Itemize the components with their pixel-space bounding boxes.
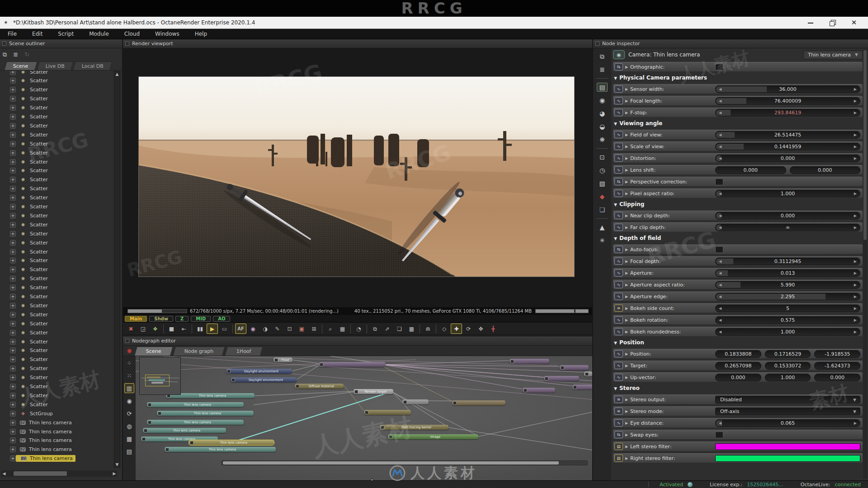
inspector-scrollbar[interactable] [863, 49, 867, 479]
expander-icon[interactable]: ▶ [623, 364, 630, 368]
toggle-node-icon[interactable]: ⇆ [614, 431, 623, 438]
scale-gizmo-icon[interactable]: ✥ [475, 324, 486, 334]
rotate-view-icon[interactable]: ⟳ [124, 408, 134, 418]
collapse-icon[interactable]: ▼ [614, 236, 617, 241]
expander-icon[interactable]: ▶ [623, 433, 630, 437]
menu-edit[interactable]: Edit [24, 30, 50, 38]
expand-icon[interactable]: + [10, 375, 16, 380]
slider-focal-length[interactable]: ◀▶76.400009 [715, 97, 860, 105]
expand-icon[interactable]: + [10, 393, 16, 399]
table-node-icon[interactable]: ▤ [124, 446, 134, 456]
node-thin-lens-camera[interactable]: Thin lens camera [157, 411, 254, 416]
expand-icon[interactable]: + [10, 222, 16, 228]
tree-item-scatter[interactable]: +❋Scatter [0, 265, 113, 274]
section-stereo[interactable]: ▼Stereo [614, 385, 863, 392]
expand-icon[interactable]: + [10, 249, 16, 255]
collapse-icon[interactable]: ▼ [614, 386, 617, 391]
dock-handle-icon[interactable] [595, 42, 599, 46]
tree-item-scatter[interactable]: +❋Scatter [0, 292, 113, 301]
expander-icon[interactable]: ▶ [623, 445, 630, 449]
tree-item-scatter[interactable]: +❋Scatter [0, 148, 113, 157]
scroll-up-icon[interactable]: ▲ [114, 71, 120, 77]
menu-cloud[interactable]: Cloud [117, 30, 147, 38]
close-button[interactable]: ✕ [851, 19, 857, 26]
tree-item-scatter[interactable]: +❋Scatter [0, 247, 113, 256]
curve-node-icon[interactable]: ∿ [614, 258, 623, 265]
crop-frame-icon[interactable]: ⊡ [597, 153, 608, 162]
expand-icon[interactable]: + [10, 186, 16, 192]
expander-icon[interactable]: ▶ [623, 65, 630, 69]
slider-distortion[interactable]: ◀▶0.000 [715, 155, 860, 162]
tree-item-scatter[interactable]: +❋Scatter [0, 274, 113, 283]
save-passes-icon[interactable]: ❏ [394, 324, 405, 334]
dock-handle-icon[interactable] [125, 42, 129, 46]
curve-node-icon[interactable]: ∿ [614, 212, 623, 219]
tab-live-db[interactable]: Live DB [37, 61, 73, 70]
tree-item-scatter[interactable]: +❋Scatter [0, 130, 113, 139]
slider-f-stop[interactable]: ◀▶293.84619 [715, 109, 860, 117]
value-field[interactable]: 0.000 [814, 374, 860, 381]
expand-icon[interactable]: + [10, 276, 16, 282]
curve-node-icon[interactable]: ∿ [614, 97, 623, 104]
rgb-preview-icon[interactable]: ❖ [150, 324, 161, 334]
tree-item-scatter[interactable]: +❋Scatter [0, 337, 113, 346]
tree-item-scatter[interactable]: +❋Scatter [0, 256, 113, 265]
expand-icon[interactable]: + [10, 159, 16, 165]
node-stack-icon[interactable]: ≣ [597, 65, 608, 74]
expander-icon[interactable]: ▶ [623, 259, 630, 263]
expand-icon[interactable]: + [10, 312, 16, 318]
slider-pixel-aspect-ratio[interactable]: ◀▶1.000 [715, 190, 860, 197]
expander-icon[interactable]: ▶ [623, 456, 630, 460]
expander-icon[interactable]: ▶ [623, 409, 630, 413]
scrollbar-thumb[interactable] [14, 471, 67, 476]
collapse-icon[interactable]: ▼ [614, 122, 617, 126]
toggle-node-icon[interactable]: ⇆ [614, 246, 623, 253]
color-wheel-icon[interactable]: ◉ [247, 324, 259, 334]
tree-item-scatter[interactable]: +❋Scatter [0, 85, 113, 94]
tree-item-thin-lens-camera[interactable]: +Thin lens camera [0, 418, 113, 427]
expand-icon[interactable]: + [10, 437, 16, 443]
tree-item-thin-lens-camera[interactable]: +Thin lens camera [0, 454, 113, 463]
pass-tab-shdw[interactable]: Shdw [149, 316, 173, 322]
expand-icon[interactable]: + [10, 177, 16, 183]
expand-icon[interactable]: + [10, 71, 16, 75]
lock-resolution-icon[interactable]: ⋒ [422, 324, 434, 334]
tree-item-scatter[interactable]: +❋Scatter [0, 238, 113, 247]
menu-file[interactable]: File [0, 30, 24, 38]
node-image[interactable]: Image [388, 434, 478, 439]
expand-icon[interactable]: + [10, 195, 16, 201]
collapse-icon[interactable]: ▼ [614, 202, 617, 207]
nodegraph-tab-1hoof[interactable]: 1Hoof [225, 347, 263, 356]
checkbox-perspective-correction[interactable] [715, 178, 723, 185]
tree-item-scatter[interactable]: +❋Scatter [0, 220, 113, 229]
expand-icon[interactable]: + [10, 267, 16, 272]
node-unnamed[interactable] [402, 399, 429, 404]
value-field[interactable]: 0.1716529 [765, 350, 811, 358]
node-unnamed[interactable] [584, 371, 592, 376]
export-image-icon[interactable]: ⇗ [382, 324, 393, 334]
node-unnamed[interactable] [509, 359, 549, 364]
tree-item-scatter[interactable]: +❋Scatter [0, 283, 113, 292]
node-diffuse-material[interactable]: Diffuse material [295, 384, 344, 389]
node-float[interactable]: Float [274, 357, 292, 362]
expand-icon[interactable]: + [10, 357, 16, 362]
tree-item-scatter[interactable]: +❋Scatter [0, 76, 113, 85]
section-clipping[interactable]: ▼Clipping [614, 201, 863, 208]
tree-item-scatter[interactable]: +❋Scatter [0, 364, 113, 373]
expand-icon[interactable]: + [10, 402, 16, 408]
dock-handle-icon[interactable] [2, 42, 6, 46]
expander-icon[interactable]: ▶ [623, 283, 630, 287]
node-daylight-environment[interactable]: Daylight environment [226, 369, 292, 374]
node-thin-lens-camera[interactable]: Thin lens camera [189, 440, 274, 445]
sun-light-icon[interactable]: ✳ [597, 236, 608, 245]
discard-icon[interactable]: ✖ [125, 324, 137, 334]
expand-icon[interactable]: + [10, 96, 16, 102]
rotate-gizmo-icon[interactable]: ⟳ [463, 324, 474, 334]
expander-icon[interactable]: ▶ [623, 248, 630, 252]
curve-node-icon[interactable]: ∿ [614, 224, 623, 231]
tree-item-scatter[interactable]: +❋Scatter [0, 346, 113, 355]
collapse-all-icon[interactable]: ≣ [13, 51, 18, 58]
expand-icon[interactable]: + [10, 132, 16, 138]
menu-module[interactable]: Module [81, 30, 117, 38]
tree-item-scatter[interactable]: +❋Scatter [0, 355, 113, 364]
